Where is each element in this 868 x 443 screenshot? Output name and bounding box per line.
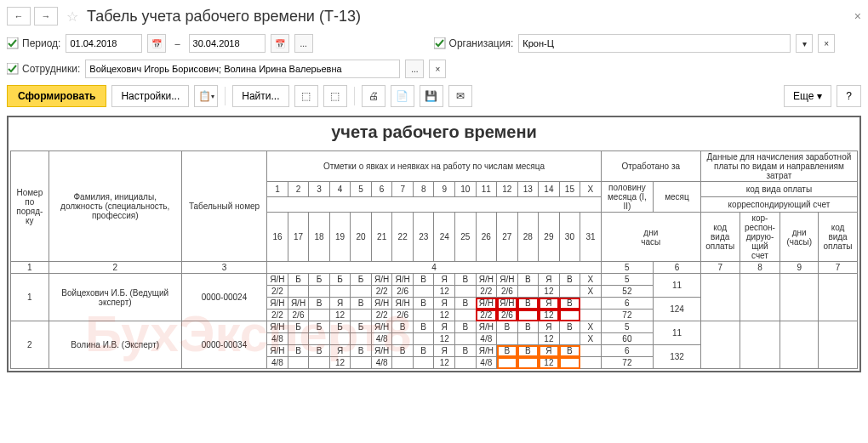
svg-rect-2 — [7, 63, 18, 74]
expand-icon[interactable]: ⬚ — [294, 85, 318, 107]
save-icon[interactable]: 💾 — [420, 85, 443, 107]
star-icon[interactable]: ☆ — [66, 9, 78, 25]
more-button[interactable]: Еще ▾ — [784, 85, 831, 107]
org-dropdown[interactable]: ▾ — [796, 34, 813, 53]
date-to[interactable] — [189, 34, 266, 53]
close-icon[interactable]: × — [854, 9, 861, 23]
emp-label: Сотрудники: — [7, 63, 80, 75]
collapse-icon[interactable]: ⬚ — [323, 85, 347, 107]
find-button[interactable]: Найти... — [232, 85, 288, 107]
emp-input[interactable] — [85, 60, 400, 78]
report-table: Номер по поряд-куФамилия, инициалы, долж… — [10, 151, 858, 369]
page-icon[interactable]: 📄 — [391, 85, 414, 107]
print-icon[interactable]: 🖨 — [362, 85, 385, 107]
generate-button[interactable]: Сформировать — [7, 85, 106, 107]
period-label: Период: — [7, 37, 60, 49]
nav-fwd[interactable]: → — [34, 7, 58, 26]
date-from[interactable] — [66, 34, 142, 53]
check-icon — [434, 37, 446, 49]
mail-icon[interactable]: ✉ — [448, 85, 472, 107]
dots-button[interactable]: ... — [294, 34, 313, 53]
org-label: Организация: — [434, 37, 514, 49]
org-clear[interactable]: × — [818, 34, 835, 53]
emp-clear[interactable]: × — [429, 60, 446, 78]
check-icon — [7, 63, 19, 75]
report-title: учета рабочего времени — [10, 122, 858, 142]
check-icon — [7, 37, 19, 49]
emp-dots[interactable]: ... — [405, 60, 424, 78]
settings-button[interactable]: Настройки... — [111, 85, 189, 107]
nav-back[interactable]: ← — [7, 7, 31, 26]
table-row: 1Войцехович И.Б. (Ведущий эксперт)0000-0… — [11, 274, 858, 286]
page-title: Табель учета рабочего времени (Т-13) — [87, 8, 361, 26]
svg-rect-1 — [434, 37, 445, 48]
svg-rect-0 — [7, 37, 18, 48]
table-row: 2Волина И.В. (Эксперт)0000-00034Я/НББББЯ… — [11, 321, 858, 333]
org-input[interactable] — [518, 34, 791, 53]
calendar-icon[interactable]: 📅 — [271, 34, 289, 53]
help-button[interactable]: ? — [837, 85, 861, 107]
calendar-icon[interactable]: 📅 — [147, 34, 166, 53]
copy-icon[interactable]: 📋▾ — [194, 85, 218, 107]
